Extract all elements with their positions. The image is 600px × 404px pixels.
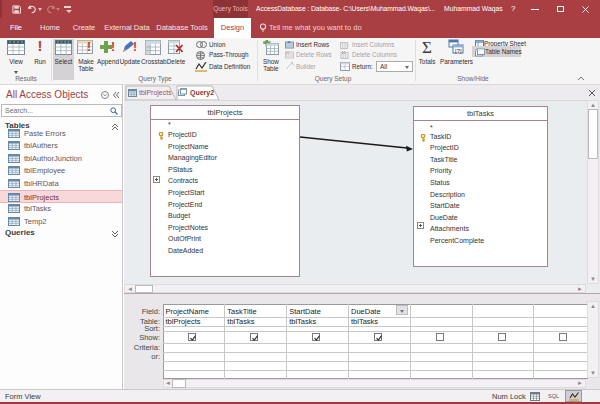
svg-text:[?]: [?] <box>455 48 462 54</box>
